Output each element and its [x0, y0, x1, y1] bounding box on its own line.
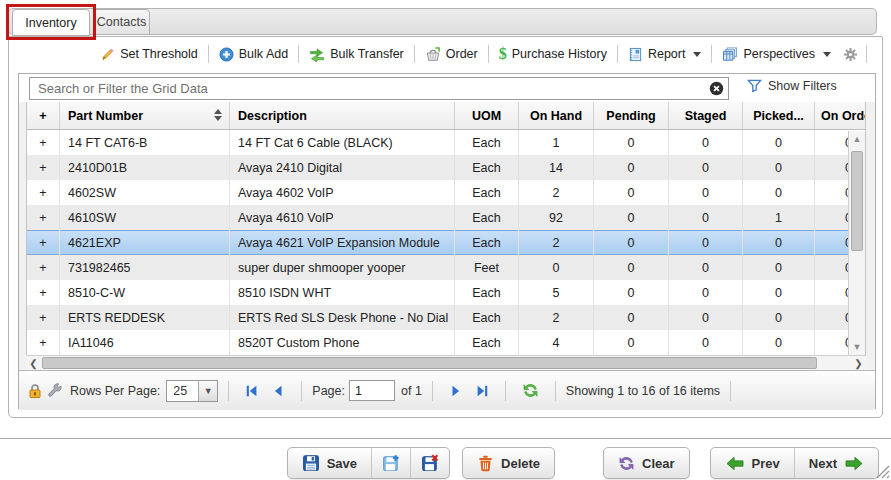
save-add-icon: [382, 454, 400, 472]
vertical-scroll-thumb[interactable]: [851, 151, 863, 251]
last-page-button[interactable]: [475, 384, 489, 398]
cell-picked: 1: [743, 205, 815, 230]
arrow-right-icon: [844, 456, 864, 471]
clear-search-icon[interactable]: [709, 81, 724, 96]
cell-part-number: 4602SW: [60, 180, 230, 205]
cell-part-number: 14 FT CAT6-B: [60, 130, 230, 155]
scroll-left-icon[interactable]: ❮: [26, 356, 41, 370]
cell-uom: Each: [455, 180, 519, 205]
rows-per-page-select[interactable]: 25 ▼: [166, 380, 218, 402]
pencil-icon: [100, 47, 115, 62]
set-threshold-button[interactable]: Set Threshold: [93, 43, 205, 66]
row-expander[interactable]: +: [27, 330, 60, 355]
vertical-scrollbar[interactable]: ▲ ▼: [848, 131, 865, 355]
column-part-number[interactable]: Part Number: [60, 102, 230, 129]
table-row[interactable]: + 4602SW Avaya 4602 VoIP Each 2 0 0 0 0: [27, 180, 865, 205]
chevron-down-icon: [693, 52, 701, 57]
column-description[interactable]: Description: [230, 102, 455, 129]
toolbar-separator: [414, 45, 415, 63]
column-pending[interactable]: Pending: [594, 102, 669, 129]
pager-separator: [301, 381, 302, 401]
row-expander[interactable]: +: [27, 305, 60, 330]
clear-button[interactable]: Clear: [604, 448, 689, 478]
next-button[interactable]: Next: [795, 448, 878, 478]
purchase-history-button[interactable]: $ Purchase History: [492, 43, 614, 65]
row-expander[interactable]: +: [27, 280, 60, 305]
cell-part-number: 4610SW: [60, 205, 230, 230]
table-row[interactable]: + 731982465 super duper shmooper yooper …: [27, 255, 865, 280]
scroll-up-icon[interactable]: ▲: [849, 131, 865, 147]
prev-page-button[interactable]: [271, 384, 285, 398]
tab-inventory[interactable]: Inventory: [12, 9, 90, 36]
cell-staged: 0: [669, 205, 743, 230]
horizontal-scrollbar[interactable]: ❮ ❯: [26, 355, 866, 370]
row-expander[interactable]: +: [27, 180, 60, 205]
row-expander[interactable]: +: [27, 230, 60, 255]
column-staged[interactable]: Staged: [669, 102, 743, 129]
scroll-right-icon[interactable]: ❯: [851, 356, 866, 370]
column-on-hand[interactable]: On Hand: [519, 102, 594, 129]
chevron-down-icon: [823, 52, 831, 57]
next-page-button[interactable]: [449, 384, 463, 398]
grid-settings-button[interactable]: [838, 43, 863, 66]
table-row[interactable]: + 4610SW Avaya 4610 VoIP Each 92 0 0 1 0: [27, 205, 865, 230]
wrench-icon[interactable]: [47, 383, 63, 399]
delete-button-group: Delete: [462, 447, 555, 479]
tab-contacts[interactable]: Contacts: [93, 9, 150, 35]
show-filters-toggle[interactable]: Show Filters: [747, 78, 837, 93]
table-row[interactable]: + 14 FT CAT6-B 14 FT Cat 6 Cable (BLACK)…: [27, 130, 865, 155]
table-row-selected[interactable]: + 4621EXP Avaya 4621 VoIP Expansion Modu…: [27, 230, 865, 255]
horizontal-scroll-thumb[interactable]: [42, 357, 817, 369]
cell-on-hand: 2: [519, 230, 594, 255]
cell-part-number: 8510-C-W: [60, 280, 230, 305]
clear-label: Clear: [642, 456, 675, 471]
column-uom[interactable]: UOM: [455, 102, 519, 129]
tab-inventory-label: Inventory: [25, 16, 76, 30]
page-number-input[interactable]: [349, 380, 395, 401]
save-remove-button[interactable]: [411, 448, 449, 478]
cell-description: Avaya 4621 VoIP Expansion Module: [230, 230, 455, 255]
bulk-transfer-button[interactable]: Bulk Transfer: [302, 43, 411, 66]
rows-per-page-value: 25: [167, 381, 198, 401]
save-add-button[interactable]: [372, 448, 411, 478]
row-expander[interactable]: +: [27, 255, 60, 280]
bulk-transfer-label: Bulk Transfer: [330, 47, 404, 61]
toolbar-separator: [208, 45, 209, 63]
report-button[interactable]: Report: [621, 43, 709, 66]
cell-uom: Each: [455, 155, 519, 180]
column-expander[interactable]: +: [27, 102, 60, 129]
save-button[interactable]: Save: [288, 448, 372, 478]
search-input[interactable]: [29, 77, 729, 100]
prev-button[interactable]: Prev: [711, 448, 795, 478]
cell-staged: 0: [669, 330, 743, 355]
delete-button[interactable]: Delete: [463, 448, 554, 478]
cell-pending: 0: [594, 155, 669, 180]
table-row[interactable]: + IA11046 8520T Custom Phone Each 4 0 0 …: [27, 330, 865, 355]
cell-description: 14 FT Cat 6 Cable (BLACK): [230, 130, 455, 155]
cell-picked: 0: [743, 280, 815, 305]
scroll-down-icon[interactable]: ▼: [849, 339, 865, 355]
chevron-down-icon: ▼: [198, 381, 217, 401]
purchase-history-label: Purchase History: [512, 47, 607, 61]
column-on-order[interactable]: On Order: [815, 102, 866, 129]
order-button[interactable]: Order: [418, 43, 485, 66]
row-expander[interactable]: +: [27, 205, 60, 230]
perspectives-button[interactable]: Perspectives: [715, 43, 838, 66]
page-label: Page:: [312, 384, 345, 398]
table-row[interactable]: + ERTS REDDESK ERTS Red SLS Desk Phone -…: [27, 305, 865, 330]
first-page-button[interactable]: [245, 384, 259, 398]
lock-icon[interactable]: [27, 383, 43, 399]
dollar-icon: $: [499, 47, 507, 61]
column-picked[interactable]: Picked...: [743, 102, 815, 129]
table-row[interactable]: + 2410D01B Avaya 2410 Digital Each 14 0 …: [27, 155, 865, 180]
resize-grip[interactable]: [873, 462, 890, 479]
cell-picked: 0: [743, 255, 815, 280]
table-header: + Part Number Description UOM On Hand Pe…: [27, 102, 865, 130]
row-expander[interactable]: +: [27, 130, 60, 155]
grid-toolbar: Set Threshold Bulk Add Bulk Transfer: [9, 40, 882, 68]
table-row[interactable]: + 8510-C-W 8510 ISDN WHT Each 5 0 0 0 0: [27, 280, 865, 305]
page-count-label: of 1: [401, 384, 422, 398]
row-expander[interactable]: +: [27, 155, 60, 180]
bulk-add-button[interactable]: Bulk Add: [212, 43, 295, 66]
refresh-button[interactable]: [522, 382, 539, 399]
